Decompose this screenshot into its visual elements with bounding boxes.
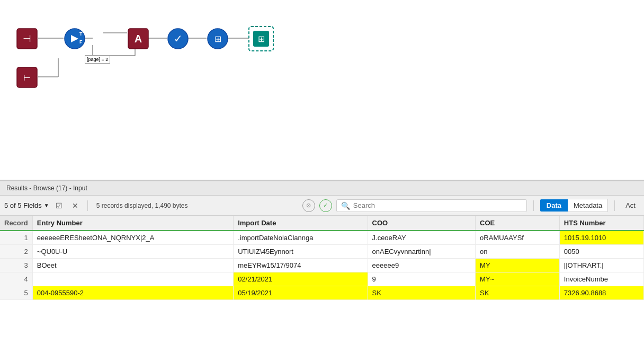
svg-text:A: A: [135, 33, 142, 45]
cell-coo: 9: [368, 272, 476, 286]
fields-label: 5 of 5 Fields: [4, 201, 42, 209]
col-coe: COE: [476, 216, 560, 231]
browse-node[interactable]: ⊞: [248, 25, 274, 52]
col-import-date: Import Date: [234, 216, 368, 231]
cell-entry-number: ~QU0U-U: [32, 245, 233, 259]
cell-record: 1: [0, 231, 32, 245]
table-row: 5004-0955590-205/19/2021SKSK7326.90.8688: [0, 286, 644, 300]
join-node[interactable]: ⊞: [207, 28, 229, 50]
table-row: 402/21/20219MY~InvoiceNumbe: [0, 272, 644, 286]
cell-import-date: 02/21/2021: [234, 272, 368, 286]
view-toggle: Data Metadata: [540, 199, 608, 212]
cell-record: 2: [0, 245, 32, 259]
cell-coe: SK: [476, 286, 560, 300]
metadata-button[interactable]: Metadata: [568, 199, 608, 212]
deselect-button[interactable]: ✕: [69, 200, 81, 212]
svg-text:✓: ✓: [174, 33, 183, 45]
cell-entry-number: eeeeeeERESheetONA_NQRNYX|2_A: [32, 231, 233, 245]
condition-label: [page] = 2: [85, 55, 110, 64]
formula-node[interactable]: A: [127, 28, 149, 50]
cell-coe: MY~: [476, 272, 560, 286]
cell-record: 3: [0, 259, 32, 272]
bottom-input-node[interactable]: ⊢: [16, 66, 38, 89]
search-input[interactable]: [353, 201, 522, 209]
confirm-icon[interactable]: ✓: [319, 199, 332, 212]
records-info: 5 records displayed, 1,490 bytes: [96, 202, 188, 209]
table-row: 3BOeetmeEYRw15/17/9074eeeeee9MY||OTHRART…: [0, 259, 644, 272]
svg-text:F: F: [79, 39, 83, 45]
panel-title: Results - Browse (17) - Input: [0, 181, 644, 196]
cell-import-date: 05/19/2021: [234, 286, 368, 300]
separator-3: [614, 200, 615, 211]
data-table: Record Entry Number Import Date COO COE …: [0, 216, 644, 300]
cell-hts-number: 1015.19.1010: [559, 231, 643, 245]
cell-coo: SK: [368, 286, 476, 300]
sample-node[interactable]: T F: [64, 28, 86, 50]
svg-text:⊣: ⊣: [23, 33, 31, 44]
cell-hts-number: InvoiceNumbe: [559, 272, 643, 286]
col-record: Record: [0, 216, 32, 231]
select-all-button[interactable]: ☑: [53, 200, 65, 212]
cell-hts-number: 0050: [559, 245, 643, 259]
bottom-panel: Results - Browse (17) - Input 5 of 5 Fie…: [0, 180, 644, 361]
svg-text:⊞: ⊞: [258, 34, 265, 43]
table-row: 2~QU0U-UUTIUIZ\45EynnortonAECvyvnnartinn…: [0, 245, 644, 259]
cell-coe: on: [476, 245, 560, 259]
cell-entry-number: BOeet: [32, 259, 233, 272]
search-icon: 🔍: [341, 201, 350, 210]
cell-hts-number: 7326.90.8688: [559, 286, 643, 300]
input-node[interactable]: ⊣: [16, 28, 38, 50]
svg-text:⊢: ⊢: [23, 73, 31, 82]
separator-1: [87, 200, 88, 211]
cell-import-date: .importDateNolaClannga: [234, 231, 368, 245]
col-coo: COO: [368, 216, 476, 231]
cell-coo: eeeeee9: [368, 259, 476, 272]
workflow-canvas: ⊣ T F [page] = 2 A ✓: [0, 0, 644, 180]
filter-node[interactable]: ✓: [167, 28, 189, 50]
chevron-down-icon: ▼: [44, 202, 49, 208]
cell-record: 5: [0, 286, 32, 300]
act-button[interactable]: Act: [621, 199, 640, 212]
cell-import-date: meEYRw15/17/9074: [234, 259, 368, 272]
separator-2: [533, 200, 534, 211]
data-table-wrapper: Record Entry Number Import Date COO COE …: [0, 216, 644, 361]
cell-coe: oRAMUAAYSf: [476, 231, 560, 245]
cell-entry-number: 004-0955590-2: [32, 286, 233, 300]
cancel-icon[interactable]: ⊘: [302, 199, 315, 212]
toolbar: 5 of 5 Fields ▼ ☑ ✕ 5 records displayed,…: [0, 196, 644, 216]
cell-record: 4: [0, 272, 32, 286]
cell-coo: onAECvyvnnartinn|: [368, 245, 476, 259]
col-entry-number: Entry Number: [32, 216, 233, 231]
cell-coe: MY: [476, 259, 560, 272]
svg-text:⊞: ⊞: [214, 34, 221, 43]
data-button[interactable]: Data: [540, 199, 568, 212]
col-hts-number: HTS Number: [559, 216, 643, 231]
cell-import-date: UTIUIZ\45Eynnort: [234, 245, 368, 259]
cell-entry-number: [32, 272, 233, 286]
fields-dropdown[interactable]: 5 of 5 Fields ▼: [4, 201, 49, 209]
table-body: 1eeeeeeERESheetONA_NQRNYX|2_A.importDate…: [0, 231, 644, 300]
table-header: Record Entry Number Import Date COO COE …: [0, 216, 644, 231]
svg-text:T: T: [79, 31, 83, 37]
cell-coo: J.ceoeRAY: [368, 231, 476, 245]
table-row: 1eeeeeeERESheetONA_NQRNYX|2_A.importDate…: [0, 231, 644, 245]
search-box: 🔍: [336, 199, 527, 212]
cell-hts-number: ||OTHRART.|: [559, 259, 643, 272]
